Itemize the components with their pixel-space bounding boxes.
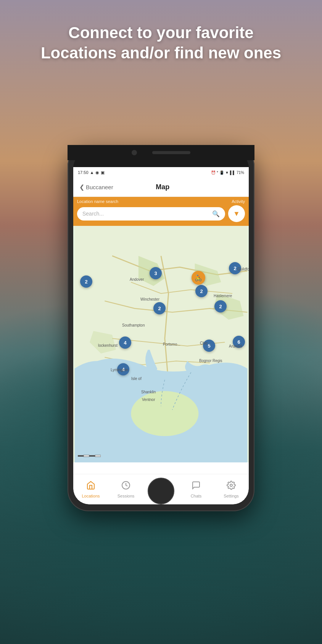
cluster-3[interactable]: 2 <box>195 285 208 297</box>
locations-icon <box>86 481 95 492</box>
map-scale <box>78 453 101 459</box>
chats-label: Chats <box>191 494 202 498</box>
cluster-2[interactable]: 3 <box>150 267 162 279</box>
map-label-haslemere: Haslemere <box>214 294 232 298</box>
signal-icon: ▌▌ <box>230 171 235 175</box>
map-label-brockenhurst: lockenhurst <box>98 343 118 348</box>
filter-button[interactable]: ▼ <box>228 205 245 222</box>
settings-icon <box>227 481 236 492</box>
svg-rect-3 <box>84 455 89 457</box>
cluster-6[interactable]: 4 <box>119 336 131 349</box>
search-labels: Location name search Activity <box>77 199 245 204</box>
status-left: 17:50 ▲ ◉ ▣ <box>78 170 105 175</box>
map-label-portsmouth: Portsmo... <box>163 342 180 346</box>
camera-dot <box>132 150 137 155</box>
back-label: Buccaneer <box>86 184 113 190</box>
map-label-bognor: Bognor Regis <box>199 359 222 363</box>
map-label-arundel: Arundel <box>229 344 242 348</box>
headline: Connect to your favorite Locations and/o… <box>0 23 322 63</box>
activity-pin-cycling[interactable]: 🚴 <box>192 271 205 285</box>
map-label-isle-of: Isle of <box>131 377 142 381</box>
nav-icon-status: ▲ <box>90 170 94 175</box>
page-title: Map <box>156 183 169 191</box>
settings-label: Settings <box>224 494 239 498</box>
search-bar: Search... 🔍 ▼ <box>77 205 245 222</box>
sessions-label: Sessions <box>118 494 135 498</box>
bluetooth-icon: * <box>217 171 218 175</box>
location-icon-status: ◉ <box>95 170 99 175</box>
cycling-icon: 🚴 <box>195 274 202 282</box>
location-search-label: Location name search <box>77 199 118 204</box>
nav-item-settings[interactable]: Settings <box>214 481 249 498</box>
vibrate-icon: 📳 <box>219 171 224 175</box>
svg-point-8 <box>230 484 232 486</box>
map-label-lymington: Lymington <box>111 368 128 372</box>
home-button[interactable] <box>148 478 174 504</box>
status-time: 17:50 <box>78 170 89 175</box>
nav-item-chats[interactable]: Chats <box>179 481 214 498</box>
locations-label: Locations <box>82 494 100 498</box>
svg-rect-2 <box>78 455 84 457</box>
search-input-wrap[interactable]: Search... 🔍 <box>77 207 225 221</box>
sessions-icon <box>121 481 130 492</box>
cluster-4[interactable]: 2 <box>214 300 227 312</box>
app-header: ❮ Buccaneer Map <box>73 178 249 197</box>
media-icon-status: ▣ <box>101 170 105 175</box>
map-label-winchester: Winchester <box>140 297 159 301</box>
phone-screen-container: 17:50 ▲ ◉ ▣ ⏰ * 📳 ▼ ▌▌ 71% <box>73 152 249 504</box>
map-label-shanklin: Shanklin <box>141 390 156 394</box>
map-label-andover: Andover <box>130 277 144 282</box>
search-placeholder: Search... <box>82 211 209 217</box>
search-area: Location name search Activity Search... … <box>73 197 249 226</box>
scale-bar-svg <box>78 453 101 459</box>
status-right: ⏰ * 📳 ▼ ▌▌ 71% <box>211 171 244 175</box>
speaker-grill <box>152 151 190 154</box>
wifi-icon: ▼ <box>225 171 229 175</box>
map-label-ventnor: Ventnor <box>142 398 155 402</box>
cluster-1[interactable]: 2 <box>80 275 92 288</box>
map-label-chichester: Chic... <box>200 341 211 345</box>
cluster-5[interactable]: 2 <box>153 302 166 314</box>
back-button[interactable]: ❮ Buccaneer <box>79 184 113 191</box>
svg-point-1 <box>131 391 198 436</box>
svg-rect-4 <box>89 455 95 457</box>
nav-item-locations[interactable]: Locations <box>73 481 108 498</box>
battery-text: 71% <box>237 171 244 175</box>
status-bar: 17:50 ▲ ◉ ▣ ⏰ * 📳 ▼ ▌▌ 71% <box>73 167 249 178</box>
phone-device: 17:50 ▲ ◉ ▣ ⏰ * 📳 ▼ ▌▌ 71% <box>68 145 254 511</box>
nav-item-sessions[interactable]: Sessions <box>108 481 143 498</box>
back-chevron-icon: ❮ <box>79 184 84 191</box>
app-screen: 17:50 ▲ ◉ ▣ ⏰ * 📳 ▼ ▌▌ 71% <box>73 167 249 504</box>
map-label-guildford: Guildford <box>237 267 249 271</box>
map-label-southampton: Southampton <box>122 323 145 327</box>
filter-icon: ▼ <box>233 210 240 218</box>
alarm-icon: ⏰ <box>211 171 216 175</box>
search-icon: 🔍 <box>212 210 220 217</box>
phone-frame: 17:50 ▲ ◉ ▣ ⏰ * 📳 ▼ ▌▌ 71% <box>68 145 254 511</box>
phone-top-bar <box>68 145 254 160</box>
map-area[interactable]: 2 3 2 2 2 4 <box>73 226 249 462</box>
svg-rect-5 <box>95 455 101 457</box>
chats-icon <box>192 481 201 492</box>
activity-label: Activity <box>232 199 245 204</box>
